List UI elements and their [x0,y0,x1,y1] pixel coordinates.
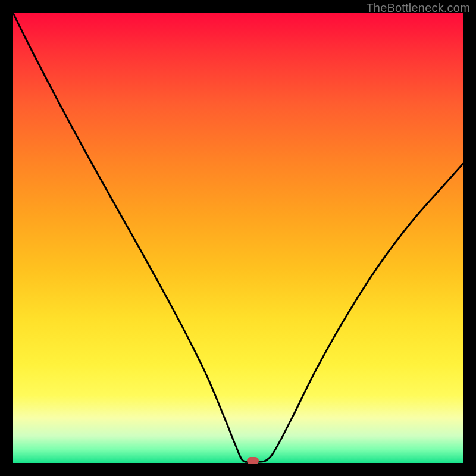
optimal-marker [247,457,259,464]
chart-frame: TheBottleneck.com [0,0,476,476]
plot-area [13,13,463,463]
bottleneck-curve [13,13,463,463]
curve-path [13,13,463,462]
